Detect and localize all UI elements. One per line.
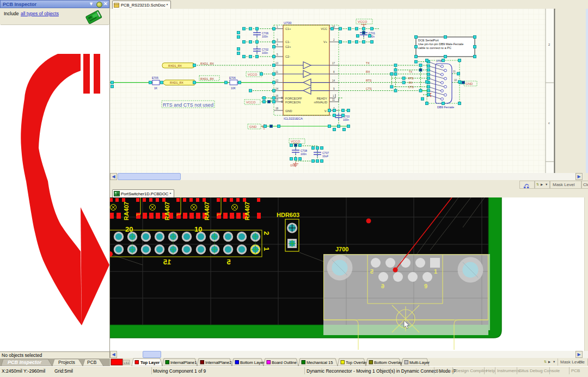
svg-text:VCCO: VCCO <box>246 101 256 104</box>
svg-text:100n: 100n <box>262 51 268 54</box>
svg-text:9: 9 <box>333 88 335 90</box>
svg-text:11: 11 <box>453 70 456 73</box>
svg-text:VCCO: VCCO <box>248 73 258 76</box>
svg-text:nINVALID: nINVALID <box>314 101 327 104</box>
svg-text:Bottom Layer: Bottom Layer <box>240 360 265 365</box>
svg-text:RXD1_RX: RXD1_RX <box>200 77 214 81</box>
svg-text:FORCEOFF: FORCEOFF <box>285 97 302 100</box>
svg-text:2: 2 <box>262 231 271 235</box>
svg-text:RX: RX <box>366 70 370 73</box>
svg-text:10K: 10K <box>231 86 236 90</box>
svg-text:DCE SerialPort: DCE SerialPort <box>418 39 439 42</box>
svg-text:Top Overlay: Top Overlay <box>346 360 367 365</box>
svg-text:E705: E705 <box>152 76 158 79</box>
svg-text:TX: TX <box>409 71 413 73</box>
svg-text:20: 20 <box>125 225 133 233</box>
svg-text:10uF: 10uF <box>322 154 328 158</box>
svg-text:Mechanical 15: Mechanical 15 <box>307 360 333 365</box>
svg-text:12: 12 <box>275 79 279 82</box>
svg-text:GND: GND <box>285 109 292 113</box>
svg-text:6: 6 <box>381 283 384 289</box>
svg-text:1: 1 <box>262 247 271 251</box>
svg-text:RX: RX <box>409 82 413 84</box>
svg-text:10: 10 <box>454 79 457 82</box>
svg-text:GND: GND <box>465 82 473 85</box>
svg-text:100n: 100n <box>262 35 268 38</box>
svg-text:11: 11 <box>332 98 335 101</box>
svg-text:Bottom Overlay: Bottom Overlay <box>374 360 402 365</box>
svg-text:E706: E706 <box>229 76 236 79</box>
svg-text:V+: V+ <box>323 40 327 44</box>
svg-text:VCCO: VCCO <box>358 20 367 23</box>
svg-text:15: 15 <box>163 258 171 266</box>
svg-text:InternalPlane1: InternalPlane1 <box>170 360 197 365</box>
svg-text:100n: 100n <box>343 118 349 121</box>
svg-text:J700: J700 <box>335 246 348 252</box>
svg-text:V-: V- <box>324 109 327 113</box>
svg-text:5: 5 <box>226 258 230 266</box>
svg-text:Top Layer: Top Layer <box>140 360 160 365</box>
svg-text:RXD1_RX: RXD1_RX <box>168 64 182 67</box>
svg-text:DB9 Female: DB9 Female <box>437 106 454 109</box>
svg-text:RA407: RA407 <box>204 202 210 220</box>
svg-text:10: 10 <box>194 225 202 233</box>
svg-text:16: 16 <box>275 95 279 97</box>
svg-text:RTS: RTS <box>408 77 414 80</box>
svg-text:FORCEON: FORCEON <box>285 101 301 104</box>
svg-text:1K: 1K <box>154 86 158 90</box>
svg-text:RTS: RTS <box>366 79 372 82</box>
svg-text:4: 4 <box>277 44 278 46</box>
svg-text:13: 13 <box>275 62 279 65</box>
svg-text:VCCO: VCCO <box>291 140 301 143</box>
svg-text:5: 5 <box>277 53 278 56</box>
svg-text:VCC: VCC <box>321 27 327 30</box>
svg-text:Use pin-for-pin DB9 Male-Femal: Use pin-for-pin DB9 Male-Female <box>418 42 463 46</box>
svg-text:RTS and CTS not used: RTS and CTS not used <box>163 102 213 108</box>
svg-text:11: 11 <box>275 71 278 73</box>
svg-text:RXD1_RX: RXD1_RX <box>170 81 183 84</box>
svg-text:READY: READY <box>317 97 328 100</box>
svg-text:LS1: LS1 <box>124 361 130 364</box>
svg-text:CTS: CTS <box>408 86 414 89</box>
svg-text:5: 5 <box>370 268 373 275</box>
svg-text:PCB: PCB <box>87 360 97 365</box>
svg-text:HDR603: HDR603 <box>277 212 299 218</box>
svg-text:C1+: C1+ <box>285 27 291 30</box>
svg-text:8: 8 <box>333 71 335 73</box>
svg-text:C1-: C1- <box>285 40 290 44</box>
svg-text:3: 3 <box>277 39 278 41</box>
svg-text:2: 2 <box>333 39 335 41</box>
svg-text:14: 14 <box>332 79 335 82</box>
svg-text:GND: GND <box>249 125 257 128</box>
svg-text:17: 17 <box>332 62 335 65</box>
svg-text:c: c <box>548 121 550 125</box>
svg-text:14: 14 <box>275 88 279 90</box>
svg-text:RA407: RA407 <box>123 202 130 220</box>
svg-text:RA407: RA407 <box>244 202 250 220</box>
svg-text:cable to connect to a PC: cable to connect to a PC <box>418 46 451 50</box>
svg-text:15: 15 <box>275 98 279 101</box>
svg-text:1: 1 <box>434 268 437 275</box>
svg-text:U700: U700 <box>284 21 292 24</box>
svg-text:Projects: Projects <box>58 360 75 365</box>
svg-text:1: 1 <box>333 95 334 97</box>
svg-text:1: 1 <box>277 26 278 28</box>
svg-text:C2+: C2+ <box>285 45 291 48</box>
svg-text:RXD1_RX: RXD1_RX <box>200 62 214 65</box>
svg-text:TX: TX <box>366 61 370 65</box>
svg-text:CTS: CTS <box>366 87 372 90</box>
svg-text:C2-: C2- <box>285 55 290 58</box>
svg-text:ICL3221ECA: ICL3221ECA <box>284 117 303 120</box>
svg-text:PCB Inspector: PCB Inspector <box>8 360 42 365</box>
svg-text:100n: 100n <box>301 152 307 156</box>
svg-text:Multi-Layer: Multi-Layer <box>409 360 430 365</box>
svg-text:InternalPlane2: InternalPlane2 <box>205 360 231 365</box>
svg-text:RA407: RA407 <box>164 202 170 220</box>
svg-text:9: 9 <box>424 283 427 289</box>
svg-text:18: 18 <box>275 107 279 110</box>
svg-text:Board Outline: Board Outline <box>272 360 297 365</box>
